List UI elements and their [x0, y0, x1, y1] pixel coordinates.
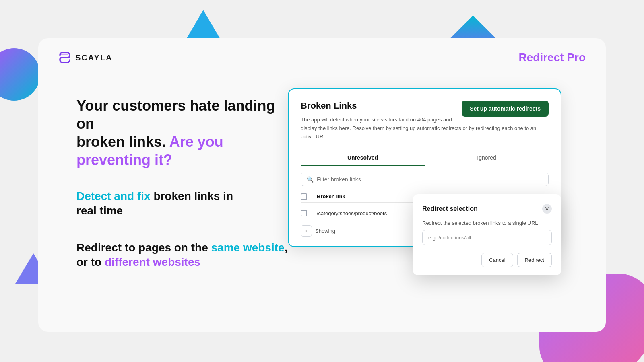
header: SCAYLA Redirect Pro [38, 38, 606, 72]
logo-text: SCAYLA [75, 53, 112, 62]
modal-close-button[interactable]: ✕ [542, 204, 552, 214]
feature-redirect: Redirect to pages on the same website, o… [76, 241, 294, 270]
modal-header: Redirect selection ✕ [422, 204, 552, 214]
search-input[interactable] [317, 176, 543, 183]
col-checkbox [301, 193, 317, 200]
panel-description: The app will detect when your site visit… [301, 116, 549, 141]
left-content: Your customers hate landing onbroken lin… [76, 97, 294, 270]
feature1-cyan: Detect and fix [76, 190, 151, 202]
search-icon: 🔍 [307, 176, 314, 183]
prev-page-button[interactable]: ‹ [301, 225, 312, 237]
logo-icon [58, 51, 71, 64]
redirect-selection-modal: Redirect selection ✕ Redirect the select… [413, 194, 561, 275]
tabs: Unresolved Ignored [301, 150, 549, 166]
modal-url-input[interactable] [422, 230, 552, 245]
feature-detect: Detect and fix broken links inreal time [76, 189, 294, 218]
tab-unresolved[interactable]: Unresolved [301, 150, 425, 166]
modal-actions: Cancel Redirect [422, 253, 552, 267]
panel-header-row: Set up automatic redirects Broken Links … [301, 101, 549, 150]
tab-ignored[interactable]: Ignored [425, 150, 549, 166]
feature2-prefix: Redirect to pages on the [76, 241, 211, 254]
row-checkbox-cell [301, 210, 317, 216]
pagination-text: Showing [315, 228, 335, 234]
setup-redirects-button[interactable]: Set up automatic redirects [462, 101, 549, 117]
app-title: Redirect Pro [519, 51, 586, 64]
feature2-purple: different websites [105, 256, 200, 268]
modal-title: Redirect selection [422, 205, 478, 212]
decorative-circle-tl [0, 48, 40, 101]
row-checkbox[interactable] [301, 210, 307, 216]
modal-label: Redirect the selected broken links to a … [422, 220, 552, 226]
modal-cancel-button[interactable]: Cancel [481, 253, 513, 267]
hero-text: Your customers hate landing onbroken lin… [76, 97, 294, 169]
search-bar: 🔍 [301, 173, 549, 186]
main-card: SCAYLA Redirect Pro Your customers hate … [38, 38, 606, 332]
select-all-checkbox[interactable] [301, 193, 307, 200]
logo: SCAYLA [58, 51, 112, 64]
feature2-cyan: same website [211, 241, 285, 254]
modal-redirect-button[interactable]: Redirect [517, 253, 552, 267]
